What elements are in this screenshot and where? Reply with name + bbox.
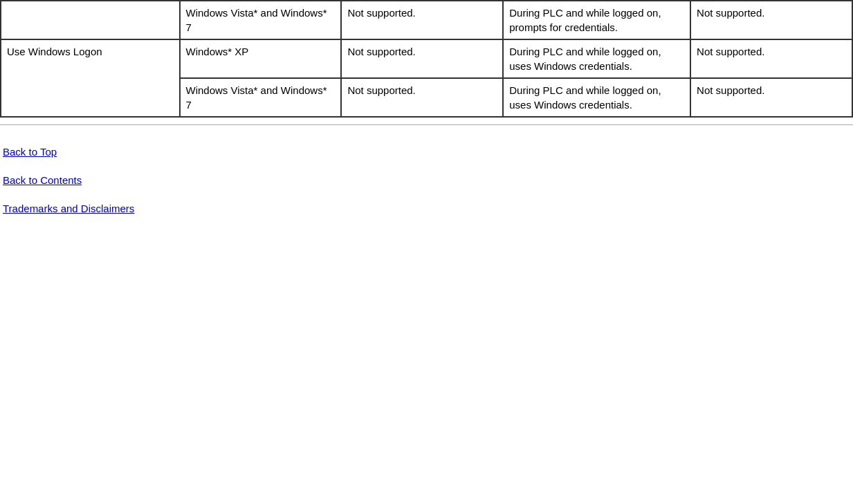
compatibility-table: Windows Vista* and Windows* 7 Not suppor… xyxy=(0,0,853,118)
cell-os-3: Windows Vista* and Windows* 7 xyxy=(180,78,342,117)
table-row: Use Windows Logon Windows* XP Not suppor… xyxy=(1,39,852,78)
cell-col5-2: Not supported. xyxy=(690,39,852,78)
cell-feature-1 xyxy=(1,1,180,39)
cell-os-2: Windows* XP xyxy=(180,39,342,78)
cell-col4-1: During PLC and while logged on, prompts … xyxy=(503,1,690,39)
cell-col4-3: During PLC and while logged on, uses Win… xyxy=(503,78,690,117)
back-to-contents-link[interactable]: Back to Contents xyxy=(3,174,853,186)
trademarks-link[interactable]: Trademarks and Disclaimers xyxy=(3,203,853,214)
cell-col5-1: Not supported. xyxy=(690,1,852,39)
cell-col3-2: Not supported. xyxy=(341,39,503,78)
back-to-top-link[interactable]: Back to Top xyxy=(3,146,853,158)
cell-col3-1: Not supported. xyxy=(341,1,503,39)
cell-col3-3: Not supported. xyxy=(341,78,503,117)
table-row: Windows Vista* and Windows* 7 Not suppor… xyxy=(1,1,852,39)
cell-feature-2: Use Windows Logon xyxy=(1,39,180,117)
cell-col5-3: Not supported. xyxy=(690,78,852,117)
cell-os-1: Windows Vista* and Windows* 7 xyxy=(180,1,342,39)
main-table-container: Windows Vista* and Windows* 7 Not suppor… xyxy=(0,0,853,118)
cell-col4-2: During PLC and while logged on, uses Win… xyxy=(503,39,690,78)
footer-section: Back to Top Back to Contents Trademarks … xyxy=(0,124,853,245)
